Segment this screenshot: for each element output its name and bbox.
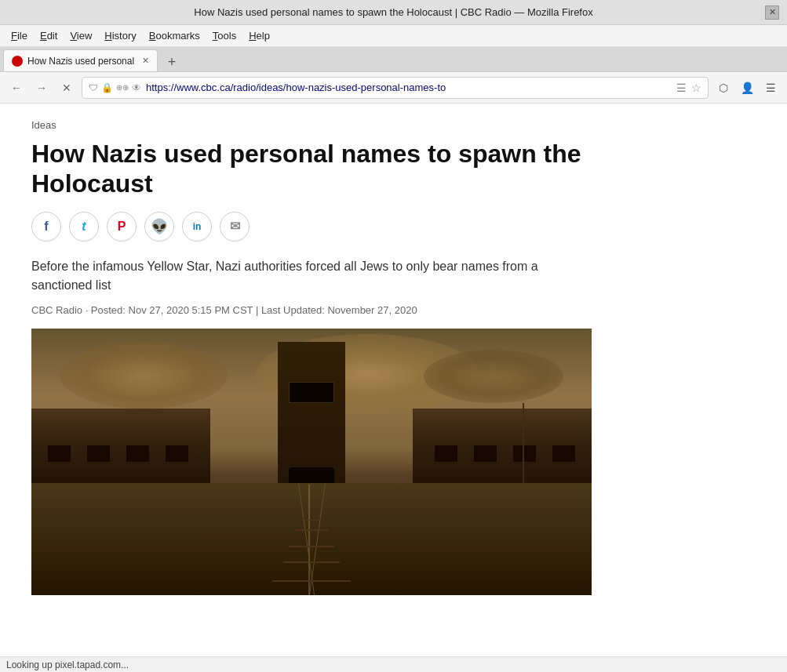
url-text: https://www.cbc.ca/radio/ideas/how-nazis… xyxy=(146,82,672,93)
browser-tab[interactable]: How Nazis used personal ✕ xyxy=(3,49,158,71)
section-label: Ideas xyxy=(31,119,756,131)
menu-help[interactable]: Help xyxy=(244,28,275,43)
share-pinterest-button[interactable]: P xyxy=(107,212,137,242)
share-facebook-button[interactable]: f xyxy=(31,212,61,242)
window-close-button[interactable]: ✕ xyxy=(765,5,779,20)
status-bar: Looking up pixel.tapad.com... xyxy=(0,656,787,672)
article-title: How Nazis used personal names to spawn t… xyxy=(31,139,596,199)
reader-mode-icon[interactable]: ☰ xyxy=(676,82,687,94)
bookmark-icon[interactable]: ☆ xyxy=(691,82,701,94)
share-buttons: f t P 👽 in ✉ xyxy=(31,212,756,242)
facebook-icon: f xyxy=(44,220,48,234)
article-meta: CBC Radio · Posted: Nov 27, 2020 5:15 PM… xyxy=(31,304,756,316)
tab-title: How Nazis used personal xyxy=(27,56,134,67)
menu-tools[interactable]: Tools xyxy=(208,28,241,43)
security-icons: 🛡 🔒 ⊕⊕ 👁 xyxy=(89,82,141,93)
tab-bar: How Nazis used personal ✕ + xyxy=(0,47,787,72)
reddit-icon: 👽 xyxy=(151,218,168,235)
tracking-icon: ⊕⊕ xyxy=(116,83,129,92)
reload-button[interactable]: ✕ xyxy=(56,78,77,98)
pinterest-icon: P xyxy=(118,220,126,234)
address-bar: ← → ✕ 🛡 🔒 ⊕⊕ 👁 https://www.cbc.ca/radio/… xyxy=(0,72,787,104)
window-title: How Nazis used personal names to spawn t… xyxy=(194,6,592,18)
share-reddit-button[interactable]: 👽 xyxy=(144,212,174,242)
menu-history[interactable]: History xyxy=(100,28,140,43)
menu-bookmarks[interactable]: Bookmarks xyxy=(144,28,205,43)
share-linkedin-button[interactable]: in xyxy=(182,212,212,242)
share-twitter-button[interactable]: t xyxy=(69,212,99,242)
email-icon: ✉ xyxy=(230,219,240,234)
article-image xyxy=(31,329,592,595)
article-subtitle: Before the infamous Yellow Star, Nazi au… xyxy=(31,257,596,295)
page-content: Ideas How Nazis used personal names to s… xyxy=(0,104,787,656)
status-text: Looking up pixel.tapad.com... xyxy=(6,659,129,670)
new-tab-button[interactable]: + xyxy=(161,53,183,71)
menu-view[interactable]: View xyxy=(65,28,97,43)
linkedin-icon: in xyxy=(193,221,202,232)
tab-close-button[interactable]: ✕ xyxy=(142,56,149,66)
pocket-icon[interactable]: ⬡ xyxy=(713,78,734,98)
toolbar-right: ⬡ 👤 ☰ xyxy=(713,78,781,98)
shield-icon: 🛡 xyxy=(89,82,98,93)
menu-file[interactable]: File xyxy=(6,28,32,43)
tab-favicon xyxy=(12,56,23,67)
menu-bar: File Edit View History Bookmarks Tools H… xyxy=(0,25,787,47)
sync-icon[interactable]: 👤 xyxy=(737,78,757,98)
back-button[interactable]: ← xyxy=(6,78,27,98)
privacy-icon: 👁 xyxy=(132,82,141,93)
forward-button[interactable]: → xyxy=(31,78,52,98)
share-email-button[interactable]: ✉ xyxy=(220,212,250,242)
menu-icon[interactable]: ☰ xyxy=(760,78,781,98)
url-bar[interactable]: 🛡 🔒 ⊕⊕ 👁 https://www.cbc.ca/radio/ideas/… xyxy=(82,77,709,99)
twitter-icon: t xyxy=(82,220,86,234)
menu-edit[interactable]: Edit xyxy=(35,28,62,43)
lock-icon: 🔒 xyxy=(101,82,113,93)
title-bar: How Nazis used personal names to spawn t… xyxy=(0,0,787,25)
